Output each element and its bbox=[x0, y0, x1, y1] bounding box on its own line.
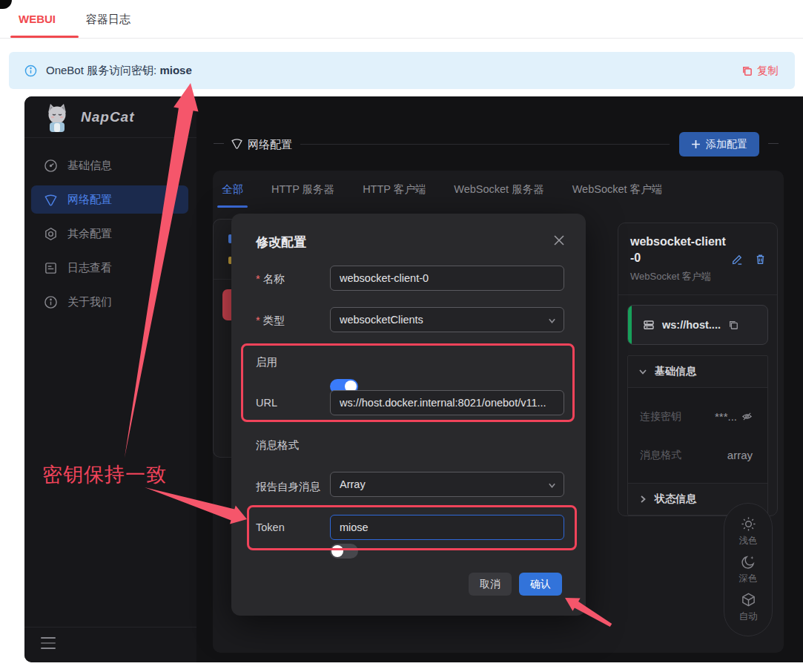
card-sections: 基础信息 连接密钥 ***... 消息格式 array bbox=[627, 355, 768, 515]
confirm-button[interactable]: 确认 bbox=[519, 573, 562, 596]
banner-key-value: miose bbox=[159, 64, 191, 76]
connection-key-label: 连接密钥 bbox=[640, 409, 687, 424]
tab-container-logs[interactable]: 容器日志 bbox=[86, 13, 130, 27]
sidebar-item-basic-info[interactable]: 基础信息 bbox=[31, 151, 188, 179]
message-format-value: array bbox=[727, 449, 753, 461]
section-title: 网络配置 bbox=[248, 138, 292, 152]
hidden-card-fragment bbox=[213, 219, 232, 458]
sidebar-item-label: 基础信息 bbox=[67, 159, 112, 173]
header-divider bbox=[300, 144, 670, 145]
card-divider bbox=[618, 294, 777, 295]
basic-info-body: 连接密钥 ***... 消息格式 array bbox=[628, 387, 767, 484]
type-field-label: *类型 bbox=[256, 314, 285, 328]
logo-row: NapCat bbox=[24, 96, 196, 138]
type-select[interactable] bbox=[330, 307, 564, 332]
required-mark: * bbox=[256, 314, 260, 326]
chevron-down-icon bbox=[638, 367, 647, 376]
info-icon bbox=[24, 65, 37, 77]
eye-off-icon[interactable] bbox=[741, 411, 753, 422]
tab-webui[interactable]: WEBUI bbox=[19, 13, 56, 25]
header-dash-left bbox=[214, 143, 224, 144]
name-input[interactable] bbox=[330, 266, 564, 291]
delete-icon[interactable] bbox=[754, 253, 767, 266]
url-input[interactable] bbox=[330, 390, 564, 415]
token-input[interactable] bbox=[330, 515, 564, 540]
close-icon[interactable] bbox=[553, 234, 565, 246]
add-config-button[interactable]: 添加配置 bbox=[679, 132, 759, 157]
sidebar-item-label: 关于我们 bbox=[67, 295, 112, 309]
status-info-label: 状态信息 bbox=[655, 493, 696, 506]
endpoint-url: ws://host.... bbox=[662, 319, 721, 331]
message-format-row: 消息格式 array bbox=[640, 435, 757, 474]
plus-icon bbox=[691, 139, 701, 149]
dialog-title: 修改配置 bbox=[256, 234, 306, 251]
basic-info-label: 基础信息 bbox=[655, 365, 696, 378]
banner-text: OneBot 服务访问密钥: miose bbox=[46, 64, 192, 78]
copy-button[interactable]: 复制 bbox=[741, 64, 779, 78]
sidebar-item-label: 日志查看 bbox=[67, 261, 112, 275]
copy-icon bbox=[741, 65, 753, 76]
required-mark: * bbox=[256, 273, 260, 285]
moon-icon bbox=[741, 554, 756, 570]
sidebar-divider bbox=[24, 627, 196, 627]
network-icon bbox=[44, 193, 58, 207]
add-config-label: 添加配置 bbox=[706, 138, 747, 151]
header-dash-right bbox=[768, 143, 779, 144]
card-subtitle: WebSocket 客户端 bbox=[630, 270, 711, 283]
dashboard-icon bbox=[44, 159, 58, 173]
type-select-value[interactable] bbox=[330, 307, 564, 332]
top-divider bbox=[0, 38, 803, 39]
sidebar-item-log-view[interactable]: 日志查看 bbox=[31, 254, 188, 282]
format-select[interactable] bbox=[330, 472, 564, 497]
sidebar-item-other-config[interactable]: 其余配置 bbox=[31, 220, 188, 248]
status-green-bar bbox=[628, 306, 632, 344]
tab-websocket-server[interactable]: WebSocket 服务器 bbox=[452, 182, 545, 197]
config-type-tabs: 全部 HTTP 服务器 HTTP 客户端 WebSocket 服务器 WebSo… bbox=[220, 171, 664, 208]
cancel-button[interactable]: 取消 bbox=[469, 573, 512, 596]
sidebar-item-label: 其余配置 bbox=[67, 227, 112, 241]
sidebar-item-network-config[interactable]: 网络配置 bbox=[31, 185, 188, 214]
format-select-value[interactable] bbox=[330, 472, 564, 497]
copy-endpoint-icon[interactable] bbox=[728, 320, 738, 330]
theme-light-label: 浅色 bbox=[739, 535, 758, 547]
server-icon bbox=[643, 319, 655, 331]
sidebar-item-about-us[interactable]: 关于我们 bbox=[31, 288, 188, 316]
chevron-down-icon bbox=[548, 317, 556, 325]
sun-icon bbox=[741, 516, 756, 532]
tab-http-client[interactable]: HTTP 客户端 bbox=[361, 182, 427, 197]
basic-info-section-header[interactable]: 基础信息 bbox=[628, 356, 767, 387]
connection-key-value: ***... bbox=[715, 410, 737, 423]
collapse-sidebar-icon[interactable] bbox=[41, 637, 57, 649]
tab-http-server[interactable]: HTTP 服务器 bbox=[270, 182, 336, 197]
theme-dark-label: 深色 bbox=[739, 573, 758, 585]
app-logo-text: NapCat bbox=[81, 109, 135, 125]
connection-key-row: 连接密钥 ***... bbox=[640, 397, 757, 435]
theme-dark-button[interactable]: 深色 bbox=[739, 554, 758, 585]
theme-auto-button[interactable]: 自动 bbox=[739, 592, 758, 623]
logs-icon bbox=[44, 261, 58, 275]
enable-field-label: 启用 bbox=[256, 355, 277, 369]
edit-icon[interactable] bbox=[731, 253, 744, 266]
name-field-label: *名称 bbox=[256, 272, 285, 286]
report-self-toggle[interactable] bbox=[330, 544, 358, 559]
chevron-down-icon bbox=[548, 481, 556, 490]
copy-label: 复制 bbox=[757, 64, 779, 78]
annotation-note: 密钥保持一致 bbox=[42, 461, 167, 488]
report-self-field-label: 报告自身消息 bbox=[256, 480, 320, 494]
token-field-label: Token bbox=[256, 521, 285, 533]
window-corner bbox=[0, 0, 12, 9]
chevron-right-icon bbox=[638, 495, 647, 504]
tab-all[interactable]: 全部 bbox=[220, 182, 245, 197]
edit-config-dialog: 修改配置 *名称 *类型 启用 URL 消息格式 报告自身消息 Token 取消… bbox=[231, 214, 586, 616]
onebot-key-banner: OneBot 服务访问密钥: miose 复制 bbox=[9, 52, 795, 89]
napcat-avatar bbox=[44, 102, 70, 132]
endpoint-item[interactable]: ws://host.... bbox=[627, 305, 768, 345]
network-section-icon bbox=[231, 137, 243, 150]
theme-auto-label: 自动 bbox=[739, 610, 758, 623]
format-field-label: 消息格式 bbox=[256, 438, 299, 452]
banner-label: OneBot 服务访问密钥: bbox=[46, 64, 156, 76]
sidebar: NapCat 基础信息 网络配置 其余配置 日志查看 bbox=[24, 96, 196, 662]
cube-icon bbox=[741, 592, 756, 607]
theme-light-button[interactable]: 浅色 bbox=[739, 516, 758, 547]
tab-websocket-client[interactable]: WebSocket 客户端 bbox=[571, 182, 664, 197]
